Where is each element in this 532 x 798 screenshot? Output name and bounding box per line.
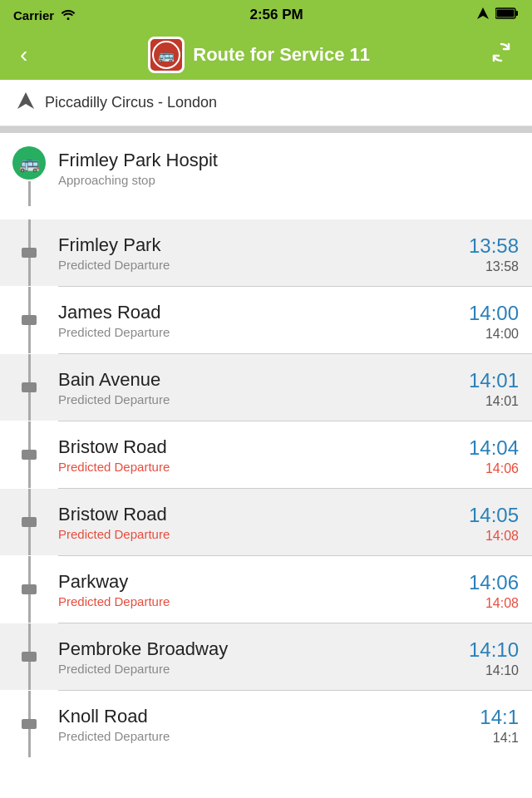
timeline-line-bottom <box>28 527 31 555</box>
svg-rect-2 <box>515 11 518 16</box>
stop-content: Parkway Predicted Departure 14:06 14:08 <box>58 556 532 623</box>
time-scheduled: 14:05 <box>469 504 519 527</box>
stop-name: Knoll Road <box>58 706 480 727</box>
stop-marker <box>22 652 37 662</box>
active-stop-name: Frimley Park Hospit <box>58 150 519 171</box>
timeline-col <box>0 287 58 353</box>
time-predicted: 14:01 <box>485 394 519 409</box>
stop-departure: Predicted Departure <box>58 594 469 608</box>
time-predicted: 13:58 <box>485 259 519 274</box>
timeline-container: 🚌 Frimley Park Hospit Approaching stop F… <box>0 133 532 757</box>
svg-marker-0 <box>477 7 489 19</box>
active-dot: 🚌 <box>12 146 46 180</box>
timeline-line-bottom <box>28 325 31 353</box>
stop-row: Bain Avenue Predicted Departure 14:01 14… <box>0 354 532 421</box>
stop-content: Pembroke Broadway Predicted Departure 14… <box>58 623 532 690</box>
timeline-line <box>28 181 31 206</box>
timeline-line-bottom <box>28 594 31 623</box>
location-icon <box>477 7 489 22</box>
stop-content: Frimley Park Predicted Departure 13:58 1… <box>58 219 532 286</box>
stop-departure: Predicted Departure <box>58 527 469 541</box>
timeline-line-bottom <box>28 392 31 421</box>
active-timeline-col: 🚌 <box>0 146 58 206</box>
status-carrier: Carrier <box>13 8 76 22</box>
stop-row: Parkway Predicted Departure 14:06 14:08 <box>0 556 532 623</box>
stop-content: Bristow Road Predicted Departure 14:05 1… <box>58 489 532 555</box>
timeline-line-top <box>28 287 31 315</box>
stop-times: 14:04 14:06 <box>469 433 519 476</box>
stop-times: 14:00 14:00 <box>469 298 519 342</box>
stop-marker <box>22 517 37 527</box>
stop-name: Frimley Park <box>58 234 469 256</box>
time-predicted: 14:08 <box>485 529 519 544</box>
time-scheduled: 14:10 <box>469 638 519 662</box>
time-scheduled: 14:00 <box>469 302 519 325</box>
timeline-col <box>0 691 58 757</box>
svg-marker-4 <box>17 92 34 109</box>
stop-content: Knoll Road Predicted Departure 14:1 14:1 <box>58 691 532 757</box>
status-bar: Carrier 2:56 PM <box>0 0 532 30</box>
time-predicted: 14:06 <box>485 461 519 476</box>
time-predicted: 14:10 <box>485 663 519 678</box>
status-time: 2:56 PM <box>249 7 303 23</box>
stop-name: Parkway <box>58 571 469 593</box>
stop-row: Knoll Road Predicted Departure 14:1 14:1 <box>0 691 532 757</box>
active-stop-sub: Approaching stop <box>58 173 519 187</box>
nav-title-group: 🚌 Route for Service 11 <box>148 37 370 73</box>
stop-name: Bristow Road <box>58 504 469 525</box>
active-stop-info: Frimley Park Hospit Approaching stop <box>58 146 519 187</box>
time-scheduled: 13:58 <box>469 234 519 258</box>
timeline-col <box>0 421 58 488</box>
stop-times: 13:58 13:58 <box>469 231 519 274</box>
stops-list: Frimley Park Predicted Departure 13:58 1… <box>0 219 532 757</box>
stop-departure: Predicted Departure <box>58 460 469 474</box>
carrier-text: Carrier <box>13 8 54 22</box>
stop-content: James Road Predicted Departure 14:00 14:… <box>58 287 532 353</box>
timeline-line-bottom <box>28 662 31 690</box>
stop-row: James Road Predicted Departure 14:00 14:… <box>0 287 532 353</box>
timeline-line-top <box>28 691 31 719</box>
time-predicted: 14:00 <box>485 327 519 342</box>
location-arrow-icon <box>17 91 35 114</box>
stop-info: Bristow Road Predicted Departure <box>58 504 469 541</box>
stop-times: 14:10 14:10 <box>469 635 519 678</box>
timeline-line-bottom <box>28 460 31 488</box>
stop-name: James Road <box>58 302 469 323</box>
nav-bar: ‹ 🚌 Route for Service 11 <box>0 30 532 80</box>
stop-row: Frimley Park Predicted Departure 13:58 1… <box>0 219 532 286</box>
time-predicted: 14:1 <box>493 731 519 746</box>
stop-times: 14:01 14:01 <box>469 366 519 409</box>
stop-marker <box>22 719 37 729</box>
status-right <box>477 7 519 22</box>
stop-info: Bain Avenue Predicted Departure <box>58 369 469 406</box>
timeline-line-top <box>28 556 31 584</box>
stop-row: Bristow Road Predicted Departure 14:05 1… <box>0 489 532 555</box>
stop-times: 14:1 14:1 <box>480 702 519 746</box>
stop-name: Bain Avenue <box>58 369 469 391</box>
time-scheduled: 14:04 <box>469 436 519 460</box>
timeline-line-top <box>28 421 31 450</box>
stop-departure: Predicted Departure <box>58 258 469 272</box>
refresh-button[interactable] <box>484 38 519 71</box>
timeline-line-bottom <box>28 258 31 286</box>
stop-info: Pembroke Broadway Predicted Departure <box>58 638 469 676</box>
back-button[interactable]: ‹ <box>13 38 34 71</box>
nav-title: Route for Service 11 <box>193 44 370 66</box>
stop-marker <box>22 450 37 460</box>
stop-info: James Road Predicted Departure <box>58 302 469 339</box>
stop-info: Bristow Road Predicted Departure <box>58 436 469 474</box>
stop-row: Bristow Road Predicted Departure 14:04 1… <box>0 421 532 488</box>
stop-name: Pembroke Broadway <box>58 638 469 660</box>
stop-departure: Predicted Departure <box>58 662 469 676</box>
time-predicted: 14:08 <box>485 596 519 611</box>
stop-info: Knoll Road Predicted Departure <box>58 706 480 743</box>
timeline-col <box>0 354 58 421</box>
timeline-col <box>0 623 58 690</box>
time-scheduled: 14:1 <box>480 706 519 729</box>
location-bar: Piccadilly Circus - London <box>0 80 532 126</box>
bus-logo-inner: 🚌 <box>152 41 180 69</box>
timeline-line-top <box>28 623 31 652</box>
stop-marker <box>22 382 37 392</box>
timeline-col <box>0 489 58 555</box>
time-scheduled: 14:01 <box>469 369 519 392</box>
